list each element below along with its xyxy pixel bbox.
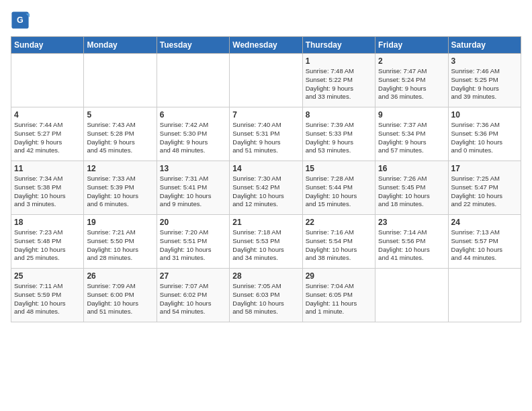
day-number: 23 — [378, 218, 445, 227]
svg-text:G: G — [17, 15, 24, 25]
calendar-week-row: 18Sunrise: 7:23 AM Sunset: 5:48 PM Dayli… — [11, 215, 521, 269]
weekday-header-wednesday: Wednesday — [230, 37, 302, 54]
day-info: Sunrise: 7:37 AM Sunset: 5:34 PM Dayligh… — [378, 121, 445, 155]
day-info: Sunrise: 7:46 AM Sunset: 5:25 PM Dayligh… — [451, 67, 518, 101]
day-info: Sunrise: 7:42 AM Sunset: 5:30 PM Dayligh… — [160, 121, 226, 155]
calendar-cell: 29Sunrise: 7:04 AM Sunset: 6:05 PM Dayli… — [302, 269, 375, 322]
day-info: Sunrise: 7:43 AM Sunset: 5:28 PM Dayligh… — [87, 121, 153, 155]
calendar-cell: 8Sunrise: 7:39 AM Sunset: 5:33 PM Daylig… — [302, 107, 375, 161]
day-number: 29 — [306, 271, 372, 281]
calendar-cell: 11Sunrise: 7:34 AM Sunset: 5:38 PM Dayli… — [11, 161, 84, 215]
logo-icon: G — [11, 11, 30, 30]
calendar-cell: 21Sunrise: 7:18 AM Sunset: 5:53 PM Dayli… — [230, 215, 302, 269]
day-number: 18 — [14, 218, 81, 227]
calendar-cell — [448, 269, 521, 322]
calendar-cell: 26Sunrise: 7:09 AM Sunset: 6:00 PM Dayli… — [84, 269, 157, 322]
day-number: 17 — [451, 164, 518, 173]
page-header: G — [11, 11, 521, 30]
calendar-cell — [84, 54, 157, 107]
calendar-cell: 1Sunrise: 7:48 AM Sunset: 5:22 PM Daylig… — [302, 54, 375, 107]
calendar-cell: 13Sunrise: 7:31 AM Sunset: 5:41 PM Dayli… — [157, 161, 229, 215]
day-number: 1 — [306, 56, 372, 66]
calendar-cell: 17Sunrise: 7:25 AM Sunset: 5:47 PM Dayli… — [448, 161, 521, 215]
calendar-week-row: 25Sunrise: 7:11 AM Sunset: 5:59 PM Dayli… — [11, 269, 521, 322]
weekday-header-friday: Friday — [375, 37, 448, 54]
calendar-week-row: 11Sunrise: 7:34 AM Sunset: 5:38 PM Dayli… — [11, 161, 521, 215]
day-info: Sunrise: 7:05 AM Sunset: 6:03 PM Dayligh… — [232, 282, 299, 316]
day-number: 19 — [87, 218, 153, 227]
calendar-cell: 25Sunrise: 7:11 AM Sunset: 5:59 PM Dayli… — [11, 269, 84, 322]
calendar-cell: 10Sunrise: 7:36 AM Sunset: 5:36 PM Dayli… — [448, 107, 521, 161]
day-number: 15 — [306, 164, 372, 173]
day-info: Sunrise: 7:48 AM Sunset: 5:22 PM Dayligh… — [306, 67, 372, 101]
calendar-cell: 28Sunrise: 7:05 AM Sunset: 6:03 PM Dayli… — [230, 269, 302, 322]
day-number: 20 — [160, 218, 226, 227]
day-info: Sunrise: 7:13 AM Sunset: 5:57 PM Dayligh… — [451, 228, 518, 263]
day-number: 25 — [14, 271, 81, 281]
day-number: 4 — [14, 110, 81, 120]
calendar-cell: 16Sunrise: 7:26 AM Sunset: 5:45 PM Dayli… — [375, 161, 448, 215]
day-number: 7 — [232, 110, 299, 120]
day-info: Sunrise: 7:25 AM Sunset: 5:47 PM Dayligh… — [451, 175, 518, 209]
day-info: Sunrise: 7:33 AM Sunset: 5:39 PM Dayligh… — [87, 175, 153, 209]
day-number: 8 — [306, 110, 372, 120]
day-number: 27 — [160, 271, 226, 281]
calendar-cell: 15Sunrise: 7:28 AM Sunset: 5:44 PM Dayli… — [302, 161, 375, 215]
calendar-week-row: 4Sunrise: 7:44 AM Sunset: 5:27 PM Daylig… — [11, 107, 521, 161]
day-number: 22 — [306, 218, 372, 227]
calendar-header-row: SundayMondayTuesdayWednesdayThursdayFrid… — [11, 37, 521, 54]
day-info: Sunrise: 7:26 AM Sunset: 5:45 PM Dayligh… — [378, 175, 445, 209]
day-number: 26 — [87, 271, 153, 281]
day-number: 12 — [87, 164, 153, 173]
day-info: Sunrise: 7:16 AM Sunset: 5:54 PM Dayligh… — [306, 228, 372, 263]
day-info: Sunrise: 7:09 AM Sunset: 6:00 PM Dayligh… — [87, 282, 153, 316]
day-number: 13 — [160, 164, 226, 173]
weekday-header-thursday: Thursday — [302, 37, 375, 54]
day-info: Sunrise: 7:04 AM Sunset: 6:05 PM Dayligh… — [306, 282, 372, 316]
calendar-cell: 19Sunrise: 7:21 AM Sunset: 5:50 PM Dayli… — [84, 215, 157, 269]
day-number: 9 — [378, 110, 445, 120]
day-info: Sunrise: 7:39 AM Sunset: 5:33 PM Dayligh… — [306, 121, 372, 155]
day-number: 21 — [232, 218, 299, 227]
calendar-cell: 18Sunrise: 7:23 AM Sunset: 5:48 PM Dayli… — [11, 215, 84, 269]
day-info: Sunrise: 7:28 AM Sunset: 5:44 PM Dayligh… — [306, 175, 372, 209]
calendar-cell: 24Sunrise: 7:13 AM Sunset: 5:57 PM Dayli… — [448, 215, 521, 269]
day-info: Sunrise: 7:34 AM Sunset: 5:38 PM Dayligh… — [14, 175, 81, 209]
weekday-header-saturday: Saturday — [448, 37, 521, 54]
calendar-cell: 9Sunrise: 7:37 AM Sunset: 5:34 PM Daylig… — [375, 107, 448, 161]
day-number: 28 — [232, 271, 299, 281]
day-number: 2 — [378, 56, 445, 66]
calendar-cell: 3Sunrise: 7:46 AM Sunset: 5:25 PM Daylig… — [448, 54, 521, 107]
calendar-cell: 20Sunrise: 7:20 AM Sunset: 5:51 PM Dayli… — [157, 215, 229, 269]
calendar-cell: 7Sunrise: 7:40 AM Sunset: 5:31 PM Daylig… — [230, 107, 302, 161]
calendar-table: SundayMondayTuesdayWednesdayThursdayFrid… — [11, 36, 521, 322]
calendar-cell: 14Sunrise: 7:30 AM Sunset: 5:42 PM Dayli… — [230, 161, 302, 215]
calendar-cell: 6Sunrise: 7:42 AM Sunset: 5:30 PM Daylig… — [157, 107, 229, 161]
calendar-cell: 23Sunrise: 7:14 AM Sunset: 5:56 PM Dayli… — [375, 215, 448, 269]
day-number: 24 — [451, 218, 518, 227]
day-number: 5 — [87, 110, 153, 120]
day-info: Sunrise: 7:23 AM Sunset: 5:48 PM Dayligh… — [14, 228, 81, 263]
calendar-cell — [230, 54, 302, 107]
day-info: Sunrise: 7:14 AM Sunset: 5:56 PM Dayligh… — [378, 228, 445, 263]
calendar-cell: 2Sunrise: 7:47 AM Sunset: 5:24 PM Daylig… — [375, 54, 448, 107]
day-number: 6 — [160, 110, 226, 120]
day-info: Sunrise: 7:36 AM Sunset: 5:36 PM Dayligh… — [451, 121, 518, 155]
weekday-header-monday: Monday — [84, 37, 157, 54]
calendar-cell: 22Sunrise: 7:16 AM Sunset: 5:54 PM Dayli… — [302, 215, 375, 269]
calendar-cell: 27Sunrise: 7:07 AM Sunset: 6:02 PM Dayli… — [157, 269, 229, 322]
day-number: 14 — [232, 164, 299, 173]
calendar-cell: 12Sunrise: 7:33 AM Sunset: 5:39 PM Dayli… — [84, 161, 157, 215]
weekday-header-sunday: Sunday — [11, 37, 84, 54]
calendar-cell — [11, 54, 84, 107]
day-info: Sunrise: 7:47 AM Sunset: 5:24 PM Dayligh… — [378, 67, 445, 101]
calendar-cell: 5Sunrise: 7:43 AM Sunset: 5:28 PM Daylig… — [84, 107, 157, 161]
day-info: Sunrise: 7:11 AM Sunset: 5:59 PM Dayligh… — [14, 282, 81, 316]
day-number: 11 — [14, 164, 81, 173]
logo: G — [11, 11, 32, 30]
day-number: 3 — [451, 56, 518, 66]
day-info: Sunrise: 7:31 AM Sunset: 5:41 PM Dayligh… — [160, 175, 226, 209]
day-info: Sunrise: 7:20 AM Sunset: 5:51 PM Dayligh… — [160, 228, 226, 263]
day-number: 10 — [451, 110, 518, 120]
calendar-cell — [375, 269, 448, 322]
